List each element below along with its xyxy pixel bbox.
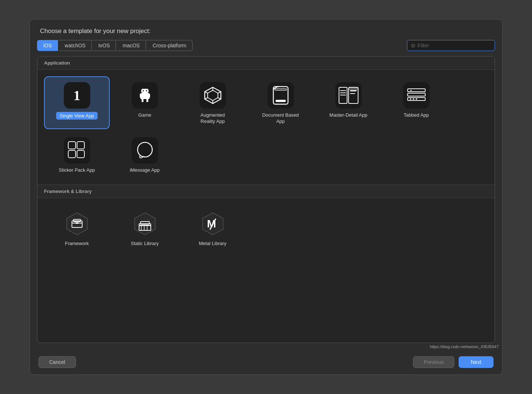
framework-section: Framework & Library — [37, 185, 495, 258]
template-single-view-app[interactable]: 1 Single View App — [45, 77, 109, 128]
template-metal-library[interactable]: M Metal Library — [181, 205, 245, 251]
tab-ios[interactable]: iOS — [37, 40, 58, 51]
svg-rect-8 — [149, 94, 150, 98]
svg-rect-30 — [350, 90, 357, 91]
filter-input[interactable] — [418, 43, 491, 48]
svg-rect-46 — [132, 137, 158, 164]
static-library-icon — [132, 211, 158, 237]
main-dialog: Choose a template for your new project: … — [29, 19, 503, 375]
template-sticker-pack-app[interactable]: Sticker Pack App — [45, 132, 109, 177]
template-framework[interactable]: Framework — [45, 205, 109, 251]
previous-button[interactable]: Previous — [413, 356, 454, 368]
svg-rect-3 — [148, 90, 149, 92]
single-view-app-label: Single View App — [56, 112, 98, 119]
master-detail-app-label: Master-Detail App — [329, 112, 367, 118]
tab-tvos[interactable]: tvOS — [92, 40, 116, 51]
template-master-detail-app[interactable]: Master-Detail App — [316, 77, 380, 128]
svg-rect-33 — [403, 82, 430, 109]
svg-rect-11 — [200, 82, 226, 109]
template-static-library[interactable]: Static Library — [113, 205, 177, 251]
svg-point-40 — [416, 98, 417, 100]
filter-container: ⊙ — [407, 40, 495, 51]
template-game[interactable]: Game — [113, 77, 177, 128]
cancel-button[interactable]: Cancel — [39, 356, 76, 368]
sticker-pack-icon — [64, 137, 90, 164]
svg-rect-29 — [340, 95, 346, 95]
template-tabbed-app[interactable]: ★ Tabbed App — [384, 77, 448, 128]
template-ar-app[interactable]: AugmentedReality App — [181, 77, 245, 128]
document-based-icon-image — [267, 82, 294, 109]
ar-app-icon — [200, 82, 226, 109]
svg-rect-7 — [140, 94, 141, 98]
tabbed-app-label: Tabbed App — [404, 112, 429, 118]
sticker-pack-app-label: Sticker Pack App — [59, 167, 95, 174]
imessage-icon-image — [132, 137, 158, 164]
dialog-title: Choose a template for your new project: — [30, 19, 502, 40]
tab-watchos[interactable]: watchOS — [59, 40, 92, 51]
svg-text:M: M — [207, 218, 216, 230]
tab-filter-row: iOS watchOS tvOS macOS Cross-platform ⊙ — [30, 40, 502, 51]
filter-icon: ⊙ — [411, 43, 415, 48]
svg-text:★: ★ — [410, 89, 412, 92]
game-icon — [132, 82, 158, 109]
application-section-header: Application — [37, 56, 495, 70]
filter-input-wrap: ⊙ — [407, 40, 495, 51]
template-imessage-app[interactable]: iMessage App — [113, 132, 177, 177]
application-templates-grid: 1 Single View App — [37, 70, 495, 185]
imessage-icon — [132, 137, 158, 164]
svg-rect-52 — [76, 222, 79, 224]
framework-section-header: Framework & Library — [37, 185, 495, 198]
sticker-pack-icon-image — [64, 137, 90, 164]
svg-rect-9 — [142, 99, 143, 102]
imessage-app-label: iMessage App — [130, 167, 160, 174]
platform-tabs: iOS watchOS tvOS macOS Cross-platform — [37, 40, 193, 51]
metal-library-label: Metal Library — [199, 241, 226, 247]
tab-macos[interactable]: macOS — [117, 40, 146, 51]
tabbed-app-icon: ★ — [403, 82, 430, 109]
ar-icon-image — [200, 82, 226, 109]
document-based-icon — [267, 82, 294, 109]
ar-app-label: AugmentedReality App — [200, 112, 225, 125]
master-detail-icon — [335, 82, 362, 109]
framework-templates-grid: Framework — [37, 198, 495, 258]
svg-rect-5 — [146, 90, 147, 91]
master-detail-icon-image — [335, 82, 362, 109]
metal-library-icon: M — [200, 211, 226, 237]
svg-rect-10 — [146, 99, 148, 102]
game-label: Game — [138, 112, 151, 118]
svg-rect-27 — [340, 90, 346, 91]
template-document-based-app[interactable]: Document BasedApp — [248, 77, 313, 128]
svg-rect-28 — [340, 92, 346, 93]
svg-rect-4 — [143, 90, 144, 91]
tab-cross-platform[interactable]: Cross-platform — [147, 40, 193, 51]
svg-point-39 — [413, 98, 414, 100]
svg-rect-6 — [141, 93, 149, 99]
framework-icon — [64, 211, 90, 237]
tabbed-app-icon-image: ★ — [403, 82, 430, 109]
single-view-app-icon: 1 — [64, 82, 90, 109]
document-based-app-label: Document BasedApp — [262, 112, 299, 125]
single-view-app-icon-image: 1 — [64, 82, 90, 109]
svg-rect-32 — [349, 87, 358, 90]
svg-point-38 — [410, 98, 411, 100]
svg-rect-2 — [141, 90, 142, 92]
svg-rect-31 — [350, 93, 355, 94]
watermark: https://blog.csdn.net/weixin_43635647 — [30, 343, 502, 350]
framework-label: Framework — [65, 241, 89, 247]
svg-rect-41 — [64, 137, 90, 164]
next-button[interactable]: Next — [459, 356, 493, 368]
bottom-bar: Cancel Previous Next — [30, 350, 502, 375]
svg-rect-23 — [276, 100, 286, 102]
content-area: Application 1 Single View App — [37, 56, 495, 343]
static-library-label: Static Library — [131, 241, 159, 247]
game-icon-image — [132, 82, 158, 109]
